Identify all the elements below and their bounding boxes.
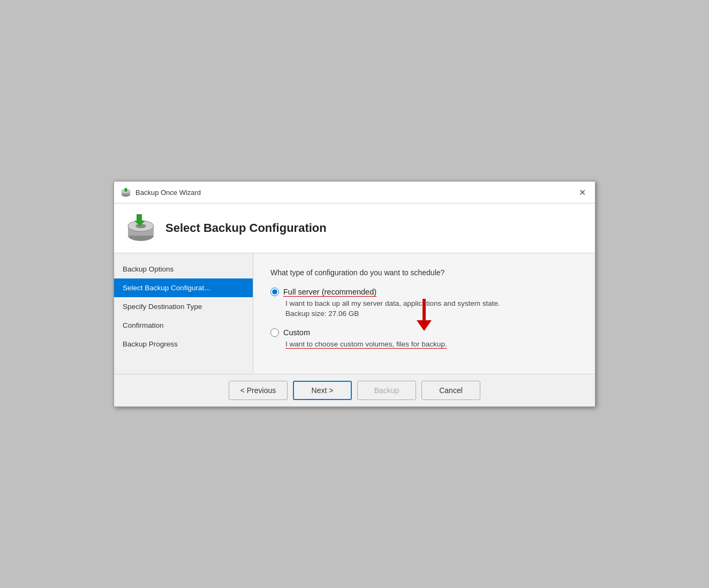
- sidebar-item-specify-destination[interactable]: Specify Destination Type: [114, 297, 253, 316]
- arrow-shaft: [423, 299, 426, 320]
- footer: < Previous Next > Backup Cancel: [114, 374, 595, 406]
- custom-desc: I want to choose custom volumes, files f…: [285, 340, 578, 348]
- full-server-size: Backup size: 27.06 GB: [285, 310, 578, 318]
- previous-button[interactable]: < Previous: [229, 381, 288, 400]
- sidebar-item-confirmation[interactable]: Confirmation: [114, 316, 253, 335]
- next-button[interactable]: Next >: [293, 381, 352, 400]
- backup-button[interactable]: Backup: [357, 381, 416, 400]
- full-server-desc: I want to back up all my server data, ap…: [285, 299, 578, 307]
- custom-label[interactable]: Custom: [283, 328, 310, 337]
- sidebar-item-backup-progress[interactable]: Backup Progress: [114, 335, 253, 353]
- full-server-radio[interactable]: [270, 288, 279, 296]
- window-title: Backup Once Wizard: [135, 189, 201, 197]
- header-section: Select Backup Configuration: [114, 203, 595, 253]
- question-text: What type of configuration do you want t…: [270, 268, 578, 277]
- arrow-head: [417, 320, 432, 331]
- cancel-button[interactable]: Cancel: [421, 381, 480, 400]
- window-icon: [120, 187, 131, 198]
- sidebar-item-backup-options[interactable]: Backup Options: [114, 260, 253, 278]
- title-bar: Backup Once Wizard ✕: [114, 182, 595, 203]
- content-area: Backup Options Select Backup Configurat.…: [114, 253, 595, 374]
- custom-radio[interactable]: [270, 328, 279, 337]
- header-icon: [125, 212, 157, 244]
- title-bar-left: Backup Once Wizard: [120, 187, 201, 198]
- sidebar-item-select-backup-config[interactable]: Select Backup Configurat...: [114, 278, 253, 297]
- full-server-label[interactable]: Full server (recommended): [283, 288, 376, 296]
- red-arrow: [417, 299, 432, 331]
- sidebar: Backup Options Select Backup Configurat.…: [114, 253, 253, 374]
- page-title: Select Backup Configuration: [165, 221, 327, 235]
- wizard-window: Backup Once Wizard ✕ Select Backup Confi…: [114, 181, 595, 407]
- custom-option: Custom I want to choose custom volumes, …: [270, 328, 578, 348]
- close-button[interactable]: ✕: [576, 186, 589, 199]
- arrow-indicator: [417, 299, 432, 331]
- main-content: What type of configuration do you want t…: [253, 253, 595, 374]
- full-server-header: Full server (recommended): [270, 288, 578, 296]
